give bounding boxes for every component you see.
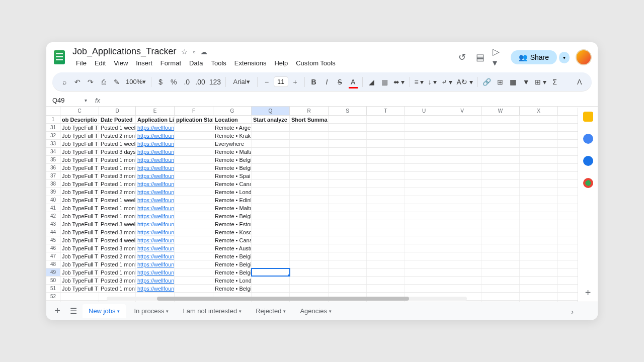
menu-insert[interactable]: Insert — [132, 58, 156, 68]
cell[interactable] — [290, 268, 329, 276]
cell[interactable] — [481, 124, 520, 131]
cell[interactable] — [290, 180, 329, 188]
chevron-down-icon[interactable]: ▾ — [166, 309, 169, 314]
history-icon[interactable]: ↺ — [456, 51, 468, 63]
link-cell[interactable]: https://wellfoun — [136, 277, 175, 284]
merge-icon[interactable]: ⬌ ▾ — [392, 76, 407, 88]
chevron-down-icon[interactable]: ▾ — [329, 309, 332, 314]
link-cell[interactable]: https://wellfoun — [136, 172, 175, 179]
cell[interactable] — [520, 277, 558, 284]
cell[interactable] — [175, 277, 213, 284]
cell[interactable] — [290, 156, 329, 163]
contacts-icon[interactable] — [583, 156, 593, 166]
cell[interactable] — [329, 204, 367, 212]
cell[interactable] — [405, 156, 443, 163]
menu-format[interactable]: Format — [157, 58, 185, 68]
number-format-button[interactable]: 123 — [208, 76, 222, 88]
maps-icon[interactable] — [583, 178, 593, 188]
add-sheet-icon[interactable]: + — [50, 305, 64, 317]
row-header[interactable]: 50 — [46, 277, 60, 284]
cell[interactable] — [175, 220, 213, 228]
cell[interactable] — [290, 277, 329, 284]
col-header[interactable]: G — [213, 107, 252, 115]
cell[interactable] — [329, 260, 367, 268]
cell[interactable] — [367, 212, 405, 220]
menu-custom-tools[interactable]: Custom Tools — [292, 58, 339, 68]
currency-icon[interactable]: $ — [154, 76, 167, 88]
cell[interactable]: Job TypeFull T — [60, 196, 99, 204]
cell[interactable] — [252, 196, 290, 204]
move-icon[interactable]: ▫ — [193, 48, 195, 56]
cell[interactable] — [329, 140, 367, 147]
cell[interactable] — [367, 124, 405, 131]
col-header[interactable]: W — [481, 107, 520, 115]
percent-icon[interactable]: % — [168, 76, 180, 88]
cell[interactable] — [367, 228, 405, 236]
link-cell[interactable]: https://wellfoun — [136, 132, 175, 139]
cell[interactable] — [405, 180, 443, 188]
sheet-tab[interactable]: In process ▾ — [128, 304, 175, 318]
star-icon[interactable]: ☆ — [181, 48, 188, 56]
cell[interactable]: Job TypeFull T — [60, 148, 99, 155]
link-cell[interactable]: https://wellfoun — [136, 164, 175, 171]
cell[interactable] — [367, 260, 405, 268]
increase-decimal-icon[interactable]: .00 — [194, 76, 206, 88]
cell[interactable] — [443, 244, 481, 252]
tasks-icon[interactable] — [583, 134, 593, 144]
borders-icon[interactable]: ▦ — [379, 76, 391, 88]
cell[interactable]: Posted 2 montl — [99, 188, 136, 196]
row-header[interactable]: 41 — [46, 204, 60, 212]
cell[interactable] — [367, 148, 405, 155]
fill-color-icon[interactable]: ◢ — [366, 76, 378, 88]
cell[interactable] — [329, 268, 367, 276]
cell[interactable] — [481, 188, 520, 196]
menu-view[interactable]: View — [110, 58, 131, 68]
header-cell[interactable] — [367, 116, 405, 123]
cell[interactable] — [290, 236, 329, 244]
cell[interactable] — [520, 196, 558, 204]
sheet-tab[interactable]: Agencies ▾ — [294, 304, 337, 318]
cell[interactable] — [329, 285, 367, 292]
row-header[interactable]: 38 — [46, 180, 60, 188]
cell[interactable] — [175, 172, 213, 179]
cell[interactable] — [367, 277, 405, 284]
cell[interactable]: Remote • Belgi — [213, 260, 252, 268]
undo-icon[interactable]: ↶ — [71, 76, 84, 88]
cell[interactable] — [520, 140, 558, 147]
cell[interactable]: Job TypeFull T — [60, 132, 99, 139]
menu-edit[interactable]: Edit — [91, 58, 109, 68]
cell[interactable] — [175, 180, 213, 188]
row-header[interactable]: 34 — [46, 148, 60, 155]
cell[interactable]: Posted 1 week — [99, 124, 136, 131]
chevron-down-icon[interactable]: ▾ — [239, 309, 242, 314]
menu-help[interactable]: Help — [271, 58, 291, 68]
search-icon[interactable]: ⌕ — [58, 76, 70, 88]
cell[interactable] — [443, 260, 481, 268]
link-cell[interactable]: https://wellfoun — [136, 140, 175, 147]
cell[interactable] — [252, 212, 290, 220]
formula-input[interactable] — [104, 97, 592, 104]
cell[interactable] — [443, 172, 481, 179]
link-cell[interactable]: https://wellfoun — [136, 188, 175, 196]
link-cell[interactable]: https://wellfoun — [136, 212, 175, 220]
cell[interactable] — [252, 220, 290, 228]
col-header[interactable]: F — [175, 107, 213, 115]
cell[interactable] — [481, 236, 520, 244]
link-cell[interactable]: https://wellfoun — [136, 252, 175, 260]
cell[interactable] — [520, 268, 558, 276]
cell[interactable] — [405, 260, 443, 268]
row-header[interactable]: 44 — [46, 228, 60, 236]
cell[interactable]: Remote • Estor — [213, 220, 252, 228]
cell[interactable] — [290, 252, 329, 260]
cell[interactable] — [175, 204, 213, 212]
header-cell[interactable]: ob Descriptio — [60, 116, 99, 123]
cell[interactable] — [290, 140, 329, 147]
add-comment-icon[interactable]: ⊞ — [494, 76, 506, 88]
row-header[interactable]: 43 — [46, 220, 60, 228]
cell[interactable] — [290, 285, 329, 292]
cell[interactable] — [443, 188, 481, 196]
cell[interactable]: Remote • Belgi — [213, 268, 252, 276]
cell[interactable] — [405, 244, 443, 252]
expand-side-panel-icon[interactable]: › — [571, 308, 574, 316]
row-header[interactable]: 36 — [46, 164, 60, 171]
